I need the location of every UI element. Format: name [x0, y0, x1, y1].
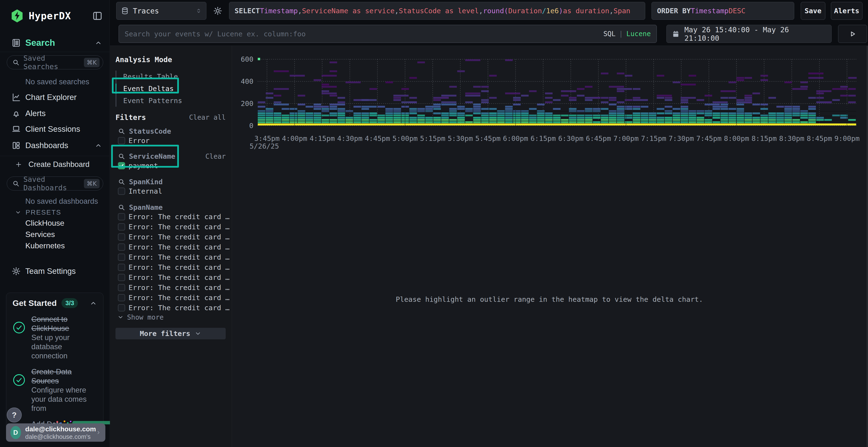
filter-option-label: Error: The credit card …: [128, 273, 229, 281]
filter-option-spanname[interactable]: Error: The credit card …: [116, 242, 226, 252]
alerts-button[interactable]: Alerts: [831, 2, 863, 20]
create-dashboard-button[interactable]: Create Dashboard: [0, 159, 110, 170]
sidebar-item-chart-explorer[interactable]: Chart Explorer: [0, 92, 110, 103]
clear-servicename-link[interactable]: Clear: [206, 152, 226, 161]
presets-section-toggle[interactable]: PRESETS: [15, 209, 61, 216]
filter-option-internal[interactable]: Internal: [116, 186, 226, 196]
chevron-up-icon[interactable]: [95, 39, 102, 46]
sql-token: ,: [609, 7, 613, 15]
preset-item-clickhouse[interactable]: ClickHouse: [25, 219, 64, 228]
chevron-up-icon[interactable]: [95, 142, 102, 149]
search-icon: [12, 59, 20, 66]
saved-dashboards-input[interactable]: Saved Dashboards ⌘K: [7, 176, 103, 191]
filter-option-spanname[interactable]: Error: The credit card …: [116, 212, 226, 222]
filter-option-payment[interactable]: payment: [116, 161, 226, 171]
sql-select-input[interactable]: SELECT Timestamp, ServiceName as service…: [229, 2, 645, 20]
filter-option-error[interactable]: Error: [116, 136, 226, 146]
checkbox-unchecked[interactable]: [118, 294, 125, 301]
analysis-mode-event-deltas[interactable]: Event Deltas: [117, 82, 226, 95]
sidebar-item-client-sessions[interactable]: Client Sessions: [0, 123, 110, 135]
delta-chart-panel: 0200400600 3:45pm4:00pm4:15pm4:30pm4:45p…: [232, 46, 867, 447]
filter-group-name: ServiceName: [129, 152, 175, 161]
collapse-sidebar-icon[interactable]: [92, 10, 103, 21]
analysis-mode-event-patterns[interactable]: Event Patterns: [117, 95, 226, 107]
filter-option-spanname[interactable]: Error: The credit card …: [116, 252, 226, 262]
help-button[interactable]: ?: [7, 408, 22, 422]
checkbox-unchecked[interactable]: [118, 304, 125, 311]
search-icon[interactable]: [118, 178, 125, 185]
filter-option-spanname[interactable]: Error: The credit card …: [116, 222, 226, 232]
order-by-input[interactable]: ORDER BY Timestamp DESC: [651, 2, 794, 20]
analysis-mode-results-table[interactable]: Results Table: [117, 71, 226, 82]
more-filters-button[interactable]: More filters: [116, 328, 226, 339]
save-button[interactable]: Save: [801, 2, 825, 20]
get-started-item[interactable]: Create Data SourcesConfigure where your …: [12, 367, 97, 413]
checkbox-unchecked[interactable]: [118, 274, 125, 281]
more-filters-label: More filters: [140, 330, 190, 338]
source-settings-gear-icon[interactable]: [213, 6, 222, 15]
dashboards-icon: [11, 141, 21, 150]
event-search-input[interactable]: Search your events w/ Lucene ex. column:…: [119, 25, 657, 43]
search-icon[interactable]: [118, 153, 125, 160]
show-more-link[interactable]: Show more: [116, 313, 226, 321]
filter-option-spanname[interactable]: Error: The credit card …: [116, 293, 226, 303]
y-axis-tick-label: 200: [232, 100, 253, 108]
filter-option-spanname[interactable]: Error: The credit card …: [116, 303, 226, 313]
run-query-button[interactable]: [838, 25, 867, 43]
y-axis-tick-label: 400: [232, 77, 253, 85]
checkbox-unchecked[interactable]: [118, 253, 125, 261]
sidebar: HyperDX Search Saved Searches ⌘K No save…: [0, 0, 110, 447]
checkbox-checked[interactable]: [118, 162, 125, 169]
filter-option-label: Error: [128, 137, 150, 145]
checkbox-unchecked[interactable]: [118, 284, 125, 291]
sql-token: as duration: [563, 7, 609, 15]
sidebar-item-team-settings[interactable]: Team Settings: [0, 265, 110, 277]
user-menu[interactable]: D dale@clickhouse.com dale@clickhouse.co…: [6, 423, 105, 442]
spanname-options-list: Error: The credit card …Error: The credi…: [116, 212, 226, 313]
chart-icon: [11, 93, 21, 102]
checkbox-unchecked[interactable]: [118, 223, 125, 231]
source-select[interactable]: Traces: [116, 2, 207, 20]
filter-option-label: Error: The credit card …: [128, 213, 229, 221]
sidebar-item-dashboards[interactable]: Dashboards: [0, 140, 110, 151]
sidebar-item-alerts[interactable]: Alerts: [0, 108, 110, 119]
clear-all-filters-link[interactable]: Clear all: [189, 113, 226, 122]
calendar-icon: [672, 30, 680, 38]
filter-option-label: Error: The credit card …: [128, 233, 229, 241]
scrollbar-track[interactable]: [867, 46, 868, 447]
sql-token: round: [483, 7, 504, 15]
divider: [0, 52, 110, 52]
chevron-up-icon[interactable]: [90, 300, 97, 307]
checkbox-unchecked[interactable]: [118, 213, 125, 220]
filter-option-spanname[interactable]: Error: The credit card …: [116, 272, 226, 282]
search-placeholder: Search your events w/ Lucene ex. column:…: [125, 30, 603, 38]
preset-item-kubernetes[interactable]: Kubernetes: [25, 241, 65, 250]
filter-option-spanname[interactable]: Error: The credit card …: [116, 262, 226, 272]
duration-heatmap[interactable]: [257, 57, 857, 127]
saved-searches-input[interactable]: Saved Searches ⌘K: [7, 56, 103, 69]
get-started-item[interactable]: Connect to ClickHouseSet up your databas…: [12, 315, 97, 360]
get-started-card: Get Started 3/3 Connect to ClickHouseSet…: [6, 293, 103, 431]
checkbox-unchecked[interactable]: [118, 187, 125, 195]
time-range-picker[interactable]: May 26 15:40:00 - May 26 21:10:00: [666, 25, 832, 43]
lucene-mode-toggle[interactable]: Lucene: [626, 30, 651, 38]
sidebar-item-search[interactable]: Search: [0, 37, 110, 48]
sql-mode-toggle[interactable]: SQL: [603, 30, 616, 38]
filter-option-spanname[interactable]: Error: The credit card …: [116, 282, 226, 293]
checkbox-unchecked[interactable]: [118, 137, 125, 144]
filter-group-name: SpanName: [129, 203, 163, 211]
chevron-down-icon: [15, 209, 21, 215]
filter-group-statuscode: StatusCode Error: [116, 127, 226, 146]
app-logo[interactable]: HyperDX: [11, 9, 71, 23]
user-email: dale@clickhouse.com: [25, 425, 96, 433]
x-axis-tick-label: 9:00pm: [830, 134, 864, 143]
checkbox-unchecked[interactable]: [118, 233, 125, 241]
search-icon[interactable]: [118, 128, 125, 135]
filter-option-spanname[interactable]: Error: The credit card …: [116, 232, 226, 242]
preset-item-services[interactable]: Services: [25, 230, 55, 239]
sql-token: ,: [298, 7, 302, 15]
checkbox-unchecked[interactable]: [118, 264, 125, 271]
search-icon[interactable]: [118, 204, 125, 211]
avatar: D: [10, 426, 21, 439]
checkbox-unchecked[interactable]: [118, 243, 125, 251]
